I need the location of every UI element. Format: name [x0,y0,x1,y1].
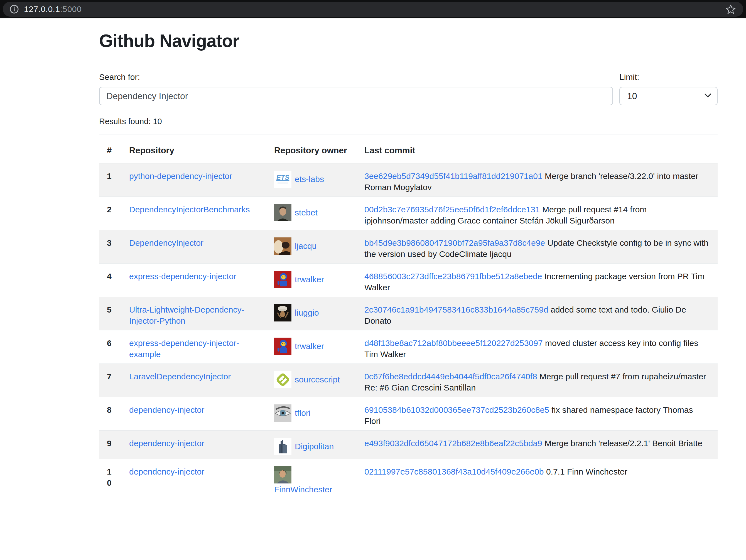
table-row: 9dependency-injector Digipolitane493f903… [99,431,718,459]
owner-link[interactable]: ljacqu [295,241,316,250]
row-index: 1 [99,163,121,197]
commit-hash-link[interactable]: 3ee629eb5d7349d55f41b119aff81dd219071a01 [364,172,543,181]
url-port: :5000 [60,4,82,13]
search-label: Search for: [99,72,613,82]
column-header: Repository [121,135,266,163]
browser-toolbar: 127.0.0.1:5000 [0,0,746,18]
repo-link[interactable]: DependencyInjectorBenchmarks [129,205,250,214]
commit-hash-link[interactable]: 2c30746c1a91b4947583416c833b1644a85c759d [364,305,548,314]
search-input[interactable] [99,87,613,105]
table-header-row: #RepositoryRepository ownerLast commit [99,135,718,163]
repo-link[interactable]: dependency-injector [129,405,204,414]
table-row: 4express-dependency-injector trwalker468… [99,264,718,297]
results-table-body: 1python-dependency-injector ETS ets-labs… [99,163,718,499]
table-row: 6express-dependency-injector-example trw… [99,330,718,364]
owner-avatar-man-portrait-icon [274,204,291,221]
commit-hash-link[interactable]: 0c67f6be8eddcd4449eb4044f5df0ca26f4740f8 [364,372,537,381]
commit-hash-link[interactable]: bb45d9e3b98608047190bf72a95fa9a37d8c4e9e [364,238,545,247]
row-index: 8 [99,397,121,431]
commit-hash-link[interactable]: 02111997e57c85801368f43a10d45f409e266e0b [364,467,544,476]
table-row: 2DependencyInjectorBenchmarks stebet00d2… [99,197,718,230]
repo-link[interactable]: express-dependency-injector [129,272,236,281]
owner-avatar-lego-astronaut-icon [274,271,291,288]
repo-link[interactable]: express-dependency-injector-example [129,338,239,359]
commit-hash-link[interactable]: 69105384b61032d000365ee737cd2523b260c8e5 [364,405,549,414]
table-row: 1python-dependency-injector ETS ets-labs… [99,163,718,197]
table-row: 8dependency-injector tflori69105384b6103… [99,397,718,431]
page-title: Github Navigator [99,31,718,51]
results-table: #RepositoryRepository ownerLast commit 1… [99,135,718,499]
repo-link[interactable]: dependency-injector [129,467,204,476]
row-index: 3 [99,230,121,264]
row-index: 9 [99,431,121,459]
repo-link[interactable]: Ultra-Lightweight-Dependency-Injector-Py… [129,305,245,325]
owner-avatar-cats-photo-icon [274,237,291,255]
repo-link[interactable]: dependency-injector [129,439,204,448]
column-header: Repository owner [266,135,356,163]
commit-message: 0.7.1 Finn Winchester [546,467,627,476]
row-index: 5 [99,297,121,330]
commit-hash-link[interactable]: 468856003c273dffce23b86791fbbe512a8ebede [364,272,542,281]
table-row: 3DependencyInjector ljacqubb45d9e3b98608… [99,230,718,264]
limit-field-group: Limit: 10 [619,72,718,105]
svg-text:ETS: ETS [277,174,289,181]
limit-select[interactable]: 10 [619,87,718,105]
owner-link[interactable]: trwalker [295,342,324,351]
owner-avatar-lego-astronaut-icon [274,337,291,355]
owner-link[interactable]: stebet [295,208,318,217]
commit-hash-link[interactable]: e493f9032dfcd65047172b682e8b6eaf22c5bda9 [364,439,542,448]
repo-link[interactable]: LaravelDependencyInjector [129,372,231,381]
owner-avatar-building-logo-icon [274,438,291,455]
table-row: 10dependency-injector FinnWinchester0211… [99,459,718,499]
results-count: Results found: 10 [99,117,718,126]
row-index: 4 [99,264,121,297]
column-header: Last commit [356,135,718,163]
owner-link[interactable]: liuggio [295,308,319,317]
owner-link[interactable]: Digipolitan [295,442,334,451]
owner-avatar-green-s-logo-icon [274,371,291,388]
url-address-bar[interactable]: 127.0.0.1:5000 [3,2,743,17]
repo-link[interactable]: python-dependency-injector [129,172,232,181]
owner-link[interactable]: tflori [295,408,311,417]
row-index: 6 [99,330,121,364]
table-row: 7LaravelDependencyInjector sourcescript0… [99,364,718,397]
search-form: Search for: Limit: 10 [99,72,718,105]
url-host: 127.0.0.1 [24,4,60,13]
owner-link[interactable]: sourcescript [295,375,340,384]
info-circle-icon[interactable] [9,4,19,14]
owner-link[interactable]: ets-labs [295,175,324,184]
row-index: 7 [99,364,121,397]
table-row: 5Ultra-Lightweight-Dependency-Injector-P… [99,297,718,330]
owner-avatar-dark-hat-photo-icon [274,304,291,322]
main-content: Github Navigator Search for: Limit: 10 R… [99,31,718,499]
owner-link[interactable]: trwalker [295,275,324,284]
url-text: 127.0.0.1:5000 [24,4,82,14]
commit-hash-link[interactable]: d48f13be8ac712abf80bbeeee5f120227d253097 [364,338,543,348]
owner-link[interactable]: FinnWinchester [274,485,332,494]
commit-hash-link[interactable]: 00d2b3c7e76935d76f25ee50f6d1f2ef6ddce131 [364,205,540,214]
commit-message: Merge branch 'release/2.2.1' Benoit Bria… [544,439,702,448]
limit-label: Limit: [619,72,718,82]
owner-avatar-eye-closeup-icon [274,405,291,422]
owner-avatar-outdoor-portrait-icon [274,466,291,483]
owner-avatar-ets-logo-icon: ETS [274,171,291,188]
bookmark-star-icon[interactable] [725,3,737,15]
repo-link[interactable]: DependencyInjector [129,238,203,247]
column-header: # [99,135,121,163]
row-index: 2 [99,197,121,230]
row-index: 10 [99,459,121,499]
search-field-group: Search for: [99,72,613,105]
